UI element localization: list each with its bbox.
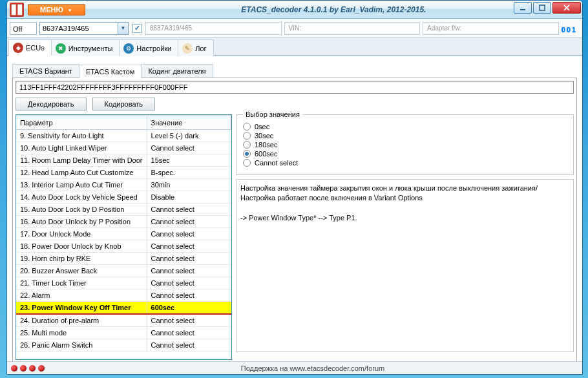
radio-icon — [243, 132, 251, 140]
table-row[interactable]: 15. Auto Door Lock by D PositionCannot s… — [16, 204, 231, 216]
subtab-etacs-custom[interactable]: ETACS Кастом — [79, 65, 142, 78]
col-parameter[interactable]: Параметр — [16, 116, 147, 130]
maximize-button[interactable] — [533, 2, 551, 14]
table-row[interactable]: 14. Auto Door Lock by Vehicle SpeedDisab… — [16, 191, 231, 204]
table-row[interactable]: 24. Duration of pre-alarmCannot select — [16, 314, 231, 327]
value-cell[interactable]: Level 5 (-) dark — [147, 130, 231, 142]
param-cell[interactable]: 10. Auto Light Linked Wiper — [16, 142, 147, 154]
table-row[interactable]: 22. AlarmCannot select — [16, 289, 231, 302]
param-cell[interactable]: 19. Horn chirp by RKE — [16, 253, 147, 265]
value-cell[interactable]: 30min — [147, 179, 231, 191]
param-cell[interactable]: 13. Interior Lamp Auto Cut Timer — [16, 179, 147, 191]
mitsubishi-icon: ◆ — [13, 43, 23, 53]
param-cell[interactable]: 21. Timer Lock Timer — [16, 277, 147, 289]
value-cell[interactable]: B-spec. — [147, 167, 231, 179]
param-cell[interactable]: 15. Auto Door Lock by D Position — [16, 204, 147, 216]
param-cell[interactable]: 11. Room Lamp Delay Timer with Door — [16, 154, 147, 167]
param-cell[interactable]: 22. Alarm — [16, 289, 147, 302]
state-field: Off — [10, 22, 37, 35]
status-led-1 — [11, 365, 17, 372]
param-cell[interactable]: 25. Multi mode — [16, 327, 147, 339]
value-cell[interactable]: Cannot select — [147, 327, 231, 339]
radio-icon — [243, 159, 251, 167]
value-cell[interactable]: Cannot select — [147, 314, 231, 327]
table-row[interactable]: 12. Head Lamp Auto Cut CustomizeB-spec. — [16, 167, 231, 179]
table-row[interactable]: 13. Interior Lamp Auto Cut Timer30min — [16, 179, 231, 191]
value-cell[interactable]: Cannot select — [147, 265, 231, 277]
table-row[interactable]: 19. Horn chirp by RKECannot select — [16, 253, 231, 265]
support-link[interactable]: Поддержка на www.etacsdecoder.com/forum — [241, 364, 384, 372]
subtab-etacs-variant[interactable]: ETACS Вариант — [12, 64, 79, 78]
decode-button[interactable]: Декодировать — [16, 98, 87, 110]
param-cell[interactable]: 14. Auto Door Lock by Vehicle Speed — [16, 191, 147, 204]
sub-tabs: ETACS Вариант ETACS Кастом Кодинг двигат… — [12, 64, 580, 78]
checkbox[interactable]: ✓ — [132, 24, 142, 33]
radio-label: 180sec — [255, 141, 277, 149]
radio-option[interactable]: Cannot select — [243, 159, 567, 167]
value-cell[interactable]: Cannot select — [147, 277, 231, 289]
table-row[interactable]: 21. Timer Lock TimerCannot select — [16, 277, 231, 289]
value-cell[interactable]: Cannot select — [147, 339, 231, 352]
menu-button[interactable]: МЕНЮ▼ — [28, 4, 85, 16]
log-icon: ✎ — [182, 43, 193, 54]
hex-input[interactable]: 113FF1FFF42202FFFFFFFF3FFFFFFFFF0F000FFF — [16, 81, 574, 94]
param-cell[interactable]: 12. Head Lamp Auto Cut Customize — [16, 167, 147, 179]
gear-icon: ⚙ — [123, 43, 134, 54]
param-cell[interactable]: 16. Auto Door Unlock by P Position — [16, 216, 147, 228]
value-cell[interactable]: Cannot select — [147, 289, 231, 302]
param-cell[interactable]: 23. Power Window Key Off Timer — [16, 302, 147, 315]
ecu-combo-input[interactable] — [40, 25, 118, 32]
value-select-legend: Выбор значения — [243, 110, 302, 118]
minimize-button[interactable] — [514, 2, 532, 14]
table-row[interactable]: 16. Auto Door Unlock by P PositionCannot… — [16, 216, 231, 228]
value-cell[interactable]: Cannot select — [147, 216, 231, 228]
encode-button[interactable]: Кодировать — [92, 98, 155, 110]
table-row[interactable]: 23. Power Window Key Off Timer600sec — [16, 302, 231, 315]
tab-log[interactable]: ✎Лог — [178, 39, 213, 56]
ecu-combo[interactable]: ▼ — [39, 22, 129, 35]
col-value[interactable]: Значение — [147, 116, 231, 130]
app-icon — [10, 3, 24, 17]
radio-option[interactable]: 600sec — [243, 150, 567, 158]
table-row[interactable]: 9. Sensitivity for Auto LightLevel 5 (-)… — [16, 130, 231, 142]
table-row[interactable]: 17. Door Unlock ModeCannot select — [16, 228, 231, 240]
param-cell[interactable]: 20. Buzzer Answer Back — [16, 265, 147, 277]
chevron-down-icon[interactable]: ▼ — [118, 23, 128, 34]
param-cell[interactable]: 26. Panic Alarm Switch — [16, 339, 147, 352]
table-row[interactable]: 20. Buzzer Answer BackCannot select — [16, 265, 231, 277]
radio-label: 30sec — [255, 132, 273, 140]
param-cell[interactable]: 24. Duration of pre-alarm — [16, 314, 147, 327]
value-cell[interactable]: Cannot select — [147, 228, 231, 240]
statusbar: Поддержка на www.etacsdecoder.com/forum — [7, 361, 582, 374]
table-row[interactable]: 18. Power Door Unlock by KnobCannot sele… — [16, 240, 231, 253]
radio-icon — [243, 123, 251, 131]
tab-ecus[interactable]: ◆ECUs — [8, 39, 52, 56]
radio-icon — [243, 141, 251, 149]
subtab-engine-coding[interactable]: Кодинг двигателя — [141, 64, 213, 78]
table-row[interactable]: 10. Auto Light Linked WiperCannot select — [16, 142, 231, 154]
value-cell[interactable]: 600sec — [147, 302, 231, 315]
tab-settings[interactable]: ⚙Настройки — [119, 39, 178, 56]
value-cell[interactable]: Disable — [147, 191, 231, 204]
svg-rect-0 — [12, 4, 16, 15]
radio-option[interactable]: 180sec — [243, 141, 567, 149]
param-cell[interactable]: 17. Door Unlock Mode — [16, 228, 147, 240]
value-cell[interactable]: Cannot select — [147, 142, 231, 154]
value-cell[interactable]: Cannot select — [147, 204, 231, 216]
param-cell[interactable]: 9. Sensitivity for Auto Light — [16, 130, 147, 142]
radio-option[interactable]: 30sec — [243, 132, 567, 140]
value-cell[interactable]: 15sec — [147, 154, 231, 167]
value-cell[interactable]: Cannot select — [147, 240, 231, 253]
adapter-fw-field: Adapter f/w: — [423, 22, 559, 35]
table-row[interactable]: 26. Panic Alarm SwitchCannot select — [16, 339, 231, 352]
status-led-2 — [20, 365, 26, 372]
tab-tools[interactable]: ✖Инструменты — [51, 39, 120, 56]
radio-label: 600sec — [255, 150, 277, 158]
radio-option[interactable]: 0sec — [243, 123, 567, 131]
value-cell[interactable]: Cannot select — [147, 253, 231, 265]
parameter-grid[interactable]: Параметр Значение 9. Sensitivity for Aut… — [16, 114, 232, 360]
table-row[interactable]: 25. Multi modeCannot select — [16, 327, 231, 339]
close-button[interactable] — [552, 2, 581, 14]
param-cell[interactable]: 18. Power Door Unlock by Knob — [16, 240, 147, 253]
table-row[interactable]: 11. Room Lamp Delay Timer with Door15sec — [16, 154, 231, 167]
